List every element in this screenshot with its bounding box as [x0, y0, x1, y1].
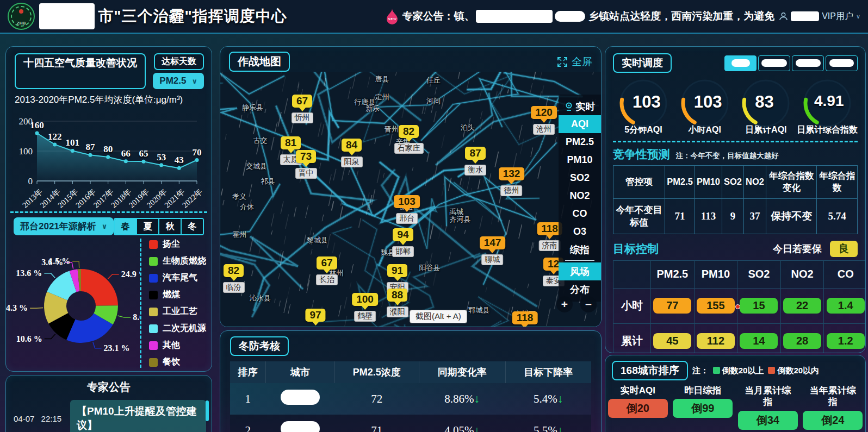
legend-label: 工业工艺 [163, 306, 197, 317]
pollutant-dropdown[interactable]: PM2.5 ∨ [153, 73, 204, 89]
user-menu[interactable]: VIP用户 ∨ [779, 11, 860, 22]
map-menu-item-O3[interactable]: O3 [559, 223, 601, 241]
air-quality-panel: 十四五空气质量改善状况 达标天数 PM2.5 ∨ 2013-2020年PM2.5… [5, 46, 212, 372]
redaction-city [281, 421, 320, 432]
map-menu-item-CO[interactable]: CO [559, 205, 601, 223]
redaction-announcement [476, 10, 553, 23]
legend-item[interactable]: 汽车尾气 [149, 272, 206, 284]
source-analysis-dropdown[interactable]: 邢台2021年源解析 ∨ [14, 217, 114, 235]
dispatch-tab-2[interactable] [758, 55, 790, 71]
expert-panel-title: 专家公告 [6, 380, 212, 395]
map-marker-118[interactable]: 118 [512, 311, 538, 327]
map-marker-晋中[interactable]: 73晋中 [295, 150, 317, 179]
svg-text:2022年: 2022年 [181, 187, 204, 209]
svg-text:65: 65 [139, 148, 148, 159]
svg-text:43: 43 [175, 155, 184, 165]
table-row: 累计4511214281.2 [613, 323, 866, 353]
target-control-table: PM2.5PM10SO2NO2CO小时7715515221.4累计4511214… [613, 260, 866, 353]
map-marker-鹤壁[interactable]: 100鹤壁 [352, 293, 378, 322]
table-row[interactable]: 1728.86%↓5.4%↓ [230, 383, 591, 415]
map-menu-realtime[interactable]: 实时 [559, 97, 601, 115]
marker-value: 82 [399, 125, 419, 138]
line-chart-title: 2013-2020年PM2.5年均浓度(单位:μg/m³) [15, 93, 210, 106]
legend-item[interactable]: 扬尘 [149, 239, 206, 250]
svg-text:NEW: NEW [387, 17, 397, 21]
ranking-pill: 倒34 [738, 411, 798, 430]
svg-text:14.3 %: 14.3 % [6, 303, 28, 312]
target-cell: 45 [651, 323, 695, 353]
dispatch-tab-1[interactable] [724, 55, 757, 71]
map-marker-长治[interactable]: 67长治 [316, 256, 338, 285]
legend-item[interactable]: 工业工艺 [149, 306, 206, 317]
season-tab-春[interactable]: 春 [115, 219, 136, 234]
dispatch-title: 实时调度 [613, 53, 672, 73]
screenshot-tooltip: 截图(Alt + A) [410, 310, 467, 323]
svg-text:87: 87 [86, 142, 96, 152]
marker-value: 73 [296, 150, 316, 163]
marker-city-label: 长治 [316, 274, 338, 285]
legend-item[interactable]: 生物质燃烧 [149, 255, 206, 267]
map-marker-忻州[interactable]: 67忻州 [292, 95, 313, 123]
map-marker-邢台[interactable]: 103邢台 [394, 195, 420, 224]
marker-value: 147 [480, 236, 506, 249]
legend-item[interactable]: 燃煤 [149, 289, 206, 300]
map-menu-item-AQI[interactable]: AQI [559, 115, 601, 133]
legend-label: 二次无机源 [163, 323, 206, 334]
svg-text:1.5 %: 1.5 % [48, 256, 70, 266]
map-menu-item-PM10[interactable]: PM10 [559, 151, 601, 169]
marker-value: 118 [512, 311, 538, 324]
target-col-header: CO [824, 260, 866, 288]
marker-tail [399, 241, 407, 245]
gauge-value: 103 [694, 92, 722, 112]
table-row[interactable]: 2714.05%↓5.5%↓ [230, 415, 591, 432]
fullscreen-button[interactable]: 全屏 [557, 55, 592, 69]
map-menu-item-风场[interactable]: 风场 [559, 262, 601, 280]
svg-text:13.6 %: 13.6 % [16, 268, 42, 278]
winter-cell [266, 415, 334, 432]
prediction-cell: 113 [695, 198, 722, 234]
marker-tail [546, 235, 554, 239]
map-marker-阳泉[interactable]: 84阳泉 [341, 139, 363, 167]
pie-legend: 扬尘生物质燃烧汽车尾气燃煤工业工艺二次无机源其他餐饮 [140, 239, 206, 368]
reach-days-button[interactable]: 达标天数 [154, 53, 204, 70]
season-tab-冬[interactable]: 冬 [181, 219, 203, 234]
map-marker-邯郸[interactable]: 94邯郸 [392, 228, 414, 257]
camera-icon [565, 102, 573, 111]
gauge-5分钟AQI: 1035分钟AQI [613, 78, 674, 135]
target-col-header: PM10 [694, 260, 737, 288]
winter-assessment-panel: 冬防考核 排序城市PM2.5浓度同期变化率目标下降率 1728.86%↓5.4%… [220, 330, 602, 432]
map-menu-item-综指[interactable]: 综指 [559, 241, 601, 259]
marker-tail [488, 249, 496, 253]
scrollbar[interactable] [206, 400, 209, 421]
map-marker-德州[interactable]: 132德州 [499, 167, 525, 196]
map-marker-临汾[interactable]: 82临汾 [223, 264, 245, 293]
legend-item[interactable]: 二次无机源 [149, 323, 206, 334]
map-marker-衡水[interactable]: 87衡水 [464, 147, 486, 176]
marker-tail [348, 151, 356, 155]
legend-item[interactable]: 餐饮 [149, 356, 206, 368]
dispatch-tab-3[interactable] [792, 55, 824, 71]
map-menu-item-SO2[interactable]: SO2 [559, 169, 601, 187]
map-marker-濮阳[interactable]: 88濮阳 [387, 289, 408, 317]
panel-title-air-quality: 十四五空气质量改善状况 [15, 53, 146, 89]
season-tab-夏[interactable]: 夏 [136, 219, 158, 234]
legend-label: 生物质燃烧 [163, 255, 206, 267]
map-marker-沧州[interactable]: 120沧州 [531, 106, 557, 135]
map-place-label: 任丘 [426, 76, 441, 85]
svg-text:66: 66 [121, 148, 131, 159]
expert-entry[interactable]: 04-07 22:15 【PM10上升提醒及管控建议】 [14, 400, 206, 432]
map-canvas[interactable]: 静乐县行唐县唐县任丘定州河间新乐晋州辛集泊头古交交城县祁县孝义介休霍州黎城县林州… [220, 72, 601, 327]
svg-text:0: 0 [28, 176, 33, 186]
legend-item[interactable]: 其他 [149, 340, 206, 351]
map-menu-item-分布[interactable]: 分布 [559, 280, 601, 298]
map-marker-97[interactable]: 97 [305, 309, 325, 327]
dispatch-tab-4[interactable] [826, 55, 858, 71]
winter-cell: 4.05%↓ [419, 415, 505, 432]
map-menu-item-NO2[interactable]: NO2 [559, 187, 601, 205]
redaction-announcement-2 [555, 11, 585, 22]
map-marker-石家庄[interactable]: 82石家庄 [394, 125, 424, 154]
season-tab-秋[interactable]: 秋 [158, 219, 181, 234]
map-marker-聊城[interactable]: 147聊城 [480, 236, 506, 265]
map-menu-item-PM2.5[interactable]: PM2.5 [559, 133, 601, 151]
winter-cell: 2 [230, 415, 266, 432]
